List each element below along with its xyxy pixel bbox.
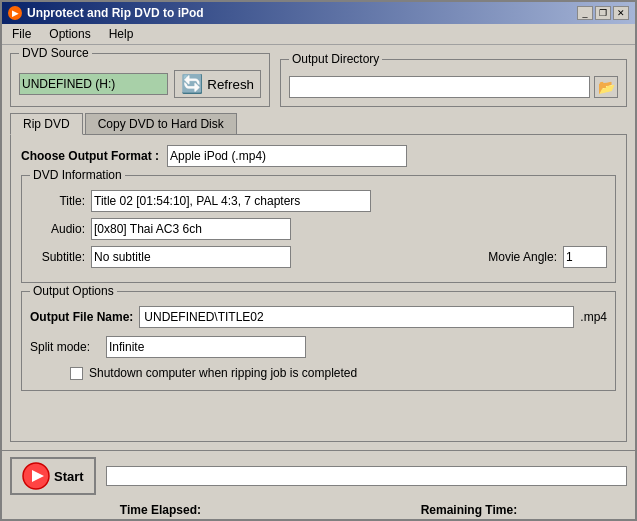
dvd-source-group: DVD Source UNDEFINED (H:) 🔄 Refresh <box>10 53 270 107</box>
restore-button[interactable]: ❐ <box>595 6 611 20</box>
start-label: Start <box>54 469 84 484</box>
output-file-row: Output File Name: .mp4 <box>30 306 607 328</box>
subtitle-select-wrapper: No subtitle <box>91 246 291 268</box>
audio-select[interactable]: [0x80] Thai AC3 6ch <box>91 218 291 240</box>
shutdown-row: Shutdown computer when ripping job is co… <box>30 366 607 380</box>
output-directory-input[interactable] <box>289 76 590 98</box>
minimize-button[interactable]: _ <box>577 6 593 20</box>
format-select-wrapper: Apple iPod (.mp4) <box>167 145 407 167</box>
movie-angle-group: Movie Angle: 1 <box>488 246 607 268</box>
title-bar-left: ▶ Unprotect and Rip DVD to iPod <box>8 6 204 20</box>
progress-bar <box>106 466 627 486</box>
remaining-time-label: Remaining Time: <box>421 503 517 517</box>
dvd-source-select[interactable]: UNDEFINED (H:) <box>19 73 168 95</box>
output-directory-group: Output Directory 📂 <box>280 59 627 107</box>
title-select-wrapper: Title 02 [01:54:10], PAL 4:3, 7 chapters <box>91 190 371 212</box>
audio-select-wrapper: [0x80] Thai AC3 6ch <box>91 218 291 240</box>
split-select-wrapper: Infinite <box>106 336 306 358</box>
time-section: Time Elapsed: Remaining Time: <box>2 501 635 519</box>
tabs-section: Rip DVD Copy DVD to Hard Disk Choose Out… <box>10 113 627 442</box>
browse-folder-button[interactable]: 📂 <box>594 76 618 98</box>
tab-content: Choose Output Format : Apple iPod (.mp4)… <box>10 134 627 442</box>
title-bar: ▶ Unprotect and Rip DVD to iPod _ ❐ ✕ <box>2 2 635 24</box>
output-directory-inner: 📂 <box>289 76 618 98</box>
format-row: Choose Output Format : Apple iPod (.mp4) <box>21 145 616 167</box>
shutdown-label: Shutdown computer when ripping job is co… <box>89 366 357 380</box>
output-file-input[interactable] <box>139 306 574 328</box>
output-options-box: Output Options Output File Name: .mp4 Sp… <box>21 291 616 391</box>
title-select[interactable]: Title 02 [01:54:10], PAL 4:3, 7 chapters <box>91 190 371 212</box>
dvd-select-wrapper: UNDEFINED (H:) <box>19 73 168 95</box>
split-mode-select[interactable]: Infinite <box>106 336 306 358</box>
main-window: ▶ Unprotect and Rip DVD to iPod _ ❐ ✕ Fi… <box>0 0 637 521</box>
refresh-icon: 🔄 <box>181 73 203 95</box>
dvd-info-box: DVD Information Title: Title 02 [01:54:1… <box>21 175 616 283</box>
menu-help[interactable]: Help <box>103 26 140 42</box>
tab-copy-dvd[interactable]: Copy DVD to Hard Disk <box>85 113 237 134</box>
subtitle-row: Subtitle: No subtitle Movie Angle: <box>30 246 607 268</box>
app-icon: ▶ <box>8 6 22 20</box>
movie-angle-select-wrapper: 1 <box>563 246 607 268</box>
subtitle-group: Subtitle: No subtitle <box>30 246 291 268</box>
main-content: DVD Source UNDEFINED (H:) 🔄 Refresh Outp… <box>2 45 635 450</box>
menu-file[interactable]: File <box>6 26 37 42</box>
output-options-label: Output Options <box>30 284 117 298</box>
title-field-label: Title: <box>30 194 85 208</box>
bottom-bar: Start <box>2 450 635 501</box>
subtitle-field-label: Subtitle: <box>30 250 85 264</box>
refresh-button[interactable]: 🔄 Refresh <box>174 70 261 98</box>
movie-angle-label: Movie Angle: <box>488 250 557 264</box>
split-row: Split mode: Infinite <box>30 336 607 358</box>
movie-angle-select[interactable]: 1 <box>563 246 607 268</box>
output-directory-label: Output Directory <box>289 52 382 66</box>
split-label: Split mode: <box>30 340 100 354</box>
dvd-source-inner: UNDEFINED (H:) 🔄 Refresh <box>19 70 261 98</box>
start-icon <box>22 462 50 490</box>
shutdown-checkbox[interactable] <box>70 367 83 380</box>
format-label: Choose Output Format : <box>21 149 159 163</box>
output-file-label: Output File Name: <box>30 310 133 324</box>
start-button[interactable]: Start <box>10 457 96 495</box>
title-buttons: _ ❐ ✕ <box>577 6 629 20</box>
audio-row: Audio: [0x80] Thai AC3 6ch <box>30 218 607 240</box>
menu-options[interactable]: Options <box>43 26 96 42</box>
top-section: DVD Source UNDEFINED (H:) 🔄 Refresh Outp… <box>10 53 627 107</box>
subtitle-select[interactable]: No subtitle <box>91 246 291 268</box>
title-row: Title: Title 02 [01:54:10], PAL 4:3, 7 c… <box>30 190 607 212</box>
refresh-label: Refresh <box>207 77 254 92</box>
output-format-select[interactable]: Apple iPod (.mp4) <box>167 145 407 167</box>
menu-bar: File Options Help <box>2 24 635 45</box>
tab-bar: Rip DVD Copy DVD to Hard Disk <box>10 113 627 134</box>
folder-icon: 📂 <box>598 79 615 95</box>
tab-rip-dvd[interactable]: Rip DVD <box>10 113 83 135</box>
audio-field-label: Audio: <box>30 222 85 236</box>
dvd-info-label: DVD Information <box>30 168 125 182</box>
dvd-source-label: DVD Source <box>19 46 92 60</box>
window-title: Unprotect and Rip DVD to iPod <box>27 6 204 20</box>
close-button[interactable]: ✕ <box>613 6 629 20</box>
time-elapsed-label: Time Elapsed: <box>120 503 201 517</box>
file-extension-label: .mp4 <box>580 310 607 324</box>
